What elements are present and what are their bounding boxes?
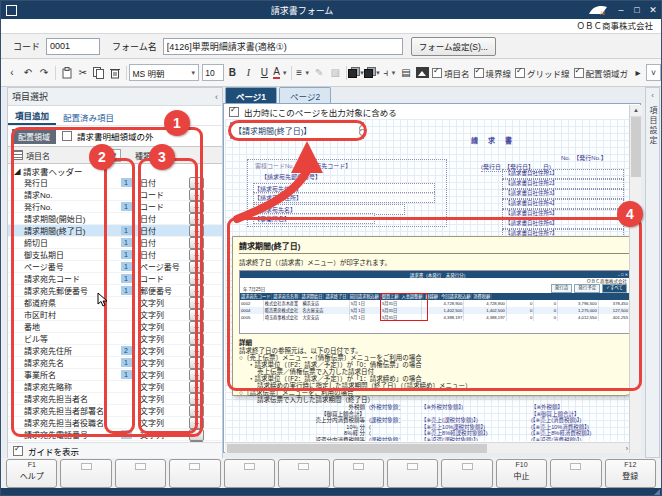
insert-image-icon[interactable]: [415, 65, 429, 81]
italic-button[interactable]: I: [241, 65, 255, 81]
tab-placed-items[interactable]: 配置済み項目: [56, 109, 121, 125]
group-invoice-header[interactable]: ◢ 請求書ヘッダー: [8, 164, 222, 177]
list-item[interactable]: 請求期間(終了日) 1 日付 →: [8, 225, 222, 237]
list-item[interactable]: 発行No. 1 コード →: [8, 201, 222, 213]
form-name-input[interactable]: [4126]単票明細請求書(適格①): [163, 38, 403, 55]
minimize-button[interactable]: –: [613, 1, 629, 19]
add-item-arrow-button[interactable]: →: [189, 417, 204, 429]
maximize-button[interactable]: □: [629, 1, 645, 19]
horizontal-scroll-thumb[interactable]: [227, 444, 487, 453]
list-item[interactable]: 事業所名 1 文字列 →: [8, 369, 222, 381]
item-settings-strip[interactable]: ‹ 項目設定: [645, 87, 660, 458]
send-back-icon[interactable]: ▼: [367, 65, 381, 81]
undo-icon[interactable]: ↶: [21, 65, 35, 81]
tab-page1[interactable]: ページ1: [225, 87, 277, 103]
list-item[interactable]: 請求宛先郵便番号 1 郵便番号 →: [8, 285, 222, 297]
add-item-arrow-button[interactable]: →: [189, 345, 204, 357]
add-item-arrow-button[interactable]: →: [189, 213, 204, 225]
list-item[interactable]: 請求宛先ＦＡＸ番号 1 文字列 →: [8, 441, 222, 442]
tab-page2[interactable]: ページ2: [279, 87, 331, 103]
tab-add-item[interactable]: 項目追加: [8, 107, 56, 125]
add-item-arrow-button[interactable]: →: [189, 429, 204, 441]
toggle-item-name[interactable]: 項目名: [432, 67, 470, 79]
add-item-arrow-button[interactable]: →: [189, 393, 204, 405]
bold-button[interactable]: B: [225, 65, 239, 81]
copy-icon[interactable]: [92, 65, 106, 81]
add-item-arrow-button[interactable]: →: [189, 441, 204, 443]
list-item[interactable]: 請求期間(開始日) 日付 →: [8, 213, 222, 225]
list-item[interactable]: 請求宛先担当者役職名 文字列 →: [8, 417, 222, 429]
function-key-button[interactable]: [115, 459, 166, 488]
list-item[interactable]: 請求宛先担当者部署名 文字列 →: [8, 405, 222, 417]
toolbar-overflow-icon[interactable]: ▸: [631, 65, 645, 81]
add-item-arrow-button[interactable]: →: [189, 333, 204, 345]
function-key-button[interactable]: [550, 459, 601, 488]
add-item-arrow-button[interactable]: →: [189, 249, 204, 261]
add-item-arrow-button[interactable]: →: [189, 321, 204, 333]
align-objects-icon[interactable]: ⫞▼: [383, 65, 397, 81]
function-key-button[interactable]: [387, 459, 438, 488]
list-item[interactable]: 都道府県 文字列 →: [8, 297, 222, 309]
list-item[interactable]: 請求宛先名 1 文字列 →: [8, 357, 222, 369]
redo-icon[interactable]: ↷: [37, 65, 51, 81]
list-item[interactable]: 請求宛先住所 2 文字列 →: [8, 345, 222, 357]
function-key-button[interactable]: [333, 459, 384, 488]
list-item[interactable]: ビル等 文字列 →: [8, 333, 222, 345]
add-item-arrow-button[interactable]: →: [189, 189, 204, 201]
toggle-grid-line[interactable]: グリッド線: [515, 67, 570, 79]
function-key-button[interactable]: [224, 459, 275, 488]
scroll-up-icon[interactable]: ▲: [630, 105, 642, 117]
list-item[interactable]: 番地 文字列 →: [8, 321, 222, 333]
add-item-arrow-button[interactable]: →: [189, 297, 204, 309]
output-page-checkbox[interactable]: [229, 107, 239, 117]
font-family-select[interactable]: MS 明朝▼: [129, 64, 199, 81]
list-item[interactable]: ページ番号 1 ページ番号 →: [8, 261, 222, 273]
list-item[interactable]: 請求宛先コード 1 コード →: [8, 273, 222, 285]
align-text-button[interactable]: ≡▼: [296, 65, 310, 81]
vertical-scroll-thumb[interactable]: [631, 117, 641, 177]
add-item-arrow-button[interactable]: →: [189, 369, 204, 381]
selection-handle[interactable]: [359, 129, 366, 136]
list-item[interactable]: 市区町村 文字列 →: [8, 309, 222, 321]
list-item[interactable]: 請求No. コード →: [8, 189, 222, 201]
add-item-arrow-button[interactable]: →: [189, 309, 204, 321]
function-key-button[interactable]: F10 中止: [496, 459, 547, 488]
delete-icon[interactable]: [108, 65, 122, 81]
function-key-button[interactable]: [278, 459, 329, 488]
toolbar-options-icon[interactable]: ˅: [646, 64, 661, 81]
close-button[interactable]: ✕: [645, 1, 661, 19]
page-setup-icon[interactable]: ▤: [399, 65, 413, 81]
code-input[interactable]: 0001: [46, 38, 100, 55]
canvas-vertical-scrollbar[interactable]: ▲: [629, 105, 641, 453]
add-item-arrow-button[interactable]: →: [189, 237, 204, 249]
expand-panel-icon[interactable]: ‹: [646, 88, 659, 100]
add-item-arrow-button[interactable]: →: [189, 177, 204, 189]
list-item[interactable]: 請求宛先電話番号 1 文字列 →: [8, 429, 222, 441]
function-key-button[interactable]: F1 ヘルプ: [6, 459, 57, 488]
add-item-arrow-button[interactable]: →: [189, 201, 204, 213]
list-item[interactable]: 発行日 1 日付 →: [8, 177, 222, 189]
add-item-arrow-button[interactable]: →: [189, 273, 204, 285]
cut-icon[interactable]: ✂: [76, 65, 90, 81]
show-guide-checkbox[interactable]: [13, 446, 23, 456]
resize-grip[interactable]: [653, 489, 660, 496]
toggle-border-line[interactable]: 境界線: [474, 67, 512, 79]
placement-area-button[interactable]: 配置領域: [12, 129, 56, 144]
function-key-button[interactable]: F12 登録: [605, 459, 656, 488]
add-item-arrow-button[interactable]: →: [189, 225, 204, 237]
function-key-button[interactable]: [60, 459, 111, 488]
font-size-select[interactable]: 10: [202, 64, 224, 81]
scroll-right-icon[interactable]: ›: [626, 443, 628, 454]
outside-detail-checkbox[interactable]: [62, 131, 72, 141]
list-item[interactable]: 締切日 1 日付 →: [8, 237, 222, 249]
add-item-arrow-button[interactable]: →: [189, 357, 204, 369]
underline-button[interactable]: U: [257, 65, 271, 81]
add-item-arrow-button[interactable]: →: [189, 405, 204, 417]
toggle-area-guide[interactable]: 配置領域ガ: [574, 67, 629, 79]
font-color-button[interactable]: A▼: [273, 65, 287, 81]
toolbar-scroll-left-icon[interactable]: ‹: [5, 65, 19, 81]
list-item[interactable]: 請求宛先担当者名 文字列 →: [8, 393, 222, 405]
add-item-arrow-button[interactable]: →: [189, 261, 204, 273]
list-item[interactable]: 御支払期日 1 日付 →: [8, 249, 222, 261]
function-key-button[interactable]: [169, 459, 220, 488]
